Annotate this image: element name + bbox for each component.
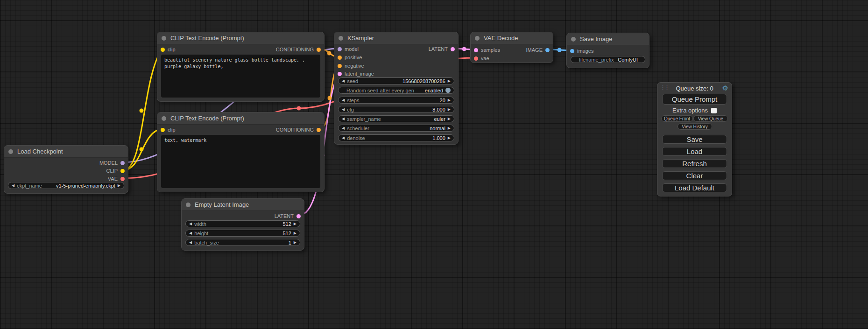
output-slot-model[interactable]: MODEL <box>99 160 125 166</box>
increment-arrow-icon[interactable]: ▶ <box>448 117 451 121</box>
widget-scheduler[interactable]: ◀ scheduler normal ▶ <box>338 125 454 132</box>
input-slot-dot-icon[interactable] <box>570 49 574 53</box>
input-slot-negative[interactable]: negative <box>338 63 364 69</box>
node-collapse-icon[interactable] <box>162 36 166 41</box>
increment-arrow-icon[interactable]: ▶ <box>448 98 451 102</box>
input-slot-positive[interactable]: positive <box>338 54 362 61</box>
output-slot-conditioning[interactable]: CONDITIONING <box>276 126 321 133</box>
node-header[interactable]: CLIP Text Encode (Prompt) <box>157 112 324 125</box>
input-slot-dot-icon[interactable] <box>338 47 342 51</box>
refresh-button[interactable]: Refresh <box>662 159 727 168</box>
widget-width[interactable]: ◀ width 512 ▶ <box>185 220 300 227</box>
view-history-button[interactable]: View History <box>677 123 712 130</box>
node-empty-latent-image[interactable]: Empty Latent Image LATENT ◀ width 512 ▶ … <box>181 198 304 251</box>
output-slot-dot-icon[interactable] <box>120 177 125 181</box>
widget-ckpt-name[interactable]: ◀ ckpt_name v1-5-pruned-emaonly.ckpt ▶ <box>8 182 124 189</box>
output-slot-latent[interactable]: LATENT <box>429 46 455 52</box>
increment-arrow-icon[interactable]: ▶ <box>448 108 451 112</box>
output-slot-dot-icon[interactable] <box>317 48 321 52</box>
save-button[interactable]: Save <box>662 135 727 144</box>
increment-arrow-icon[interactable]: ▶ <box>294 231 296 235</box>
extra-options-checkbox[interactable] <box>711 108 717 113</box>
decrement-arrow-icon[interactable]: ◀ <box>189 241 192 245</box>
input-slot-dot-icon[interactable] <box>161 128 165 132</box>
input-slot-images[interactable]: images <box>570 48 593 54</box>
load-button[interactable]: Load <box>662 147 727 156</box>
increment-arrow-icon[interactable]: ▶ <box>448 79 451 83</box>
widget-seed[interactable]: ◀ seed 156680208700286 ▶ <box>338 77 454 84</box>
output-slot-dot-icon[interactable] <box>120 169 125 173</box>
widget-cfg[interactable]: ◀ cfg 8.000 ▶ <box>338 106 454 113</box>
widget-filename-prefix[interactable]: filename_prefix ComfyUI <box>571 56 645 63</box>
clear-button[interactable]: Clear <box>662 171 727 180</box>
node-collapse-icon[interactable] <box>475 36 480 41</box>
decrement-arrow-icon[interactable]: ◀ <box>342 108 345 112</box>
input-slot-dot-icon[interactable] <box>474 56 478 61</box>
node-header[interactable]: Save Image <box>567 33 649 45</box>
prompt-textarea[interactable]: beautiful scenery nature glass bottle la… <box>161 55 320 98</box>
node-vae-decode[interactable]: VAE Decode samples vae IMAGE <box>470 32 553 63</box>
drag-handle-icon[interactable]: ⋮⋮ <box>660 84 669 91</box>
output-slot-latent[interactable]: LATENT <box>275 213 301 219</box>
output-slot-dot-icon[interactable] <box>451 47 455 51</box>
input-slot-vae[interactable]: vae <box>474 55 489 62</box>
decrement-arrow-icon[interactable]: ◀ <box>342 98 345 102</box>
decrement-arrow-icon[interactable]: ◀ <box>342 126 345 130</box>
input-slot-dot-icon[interactable] <box>338 56 342 60</box>
decrement-arrow-icon[interactable]: ◀ <box>342 136 345 140</box>
input-slot-dot-icon[interactable] <box>338 72 342 76</box>
input-slot-samples[interactable]: samples <box>474 47 500 53</box>
input-slot-latent-image[interactable]: latent_image <box>338 70 374 77</box>
prompt-textarea[interactable]: text, watermark <box>161 135 320 188</box>
widget-batch-size[interactable]: ◀ batch_size 1 ▶ <box>185 239 300 246</box>
output-slot-dot-icon[interactable] <box>317 128 321 132</box>
node-load-checkpoint[interactable]: Load Checkpoint MODEL CLIP VAE ◀ ckpt_na… <box>4 145 128 194</box>
view-queue-button[interactable]: View Queue <box>693 115 728 122</box>
input-slot-dot-icon[interactable] <box>474 48 478 52</box>
input-slot-dot-icon[interactable] <box>161 48 165 52</box>
settings-gear-icon[interactable]: ⚙ <box>722 84 728 92</box>
node-header[interactable]: Empty Latent Image <box>182 199 304 211</box>
node-header[interactable]: CLIP Text Encode (Prompt) <box>157 32 324 44</box>
queue-prompt-button[interactable]: Queue Prompt <box>662 94 727 105</box>
node-graph-canvas[interactable]: Load Checkpoint MODEL CLIP VAE ◀ ckpt_na… <box>0 0 868 329</box>
load-default-button[interactable]: Load Default <box>662 183 727 192</box>
node-header[interactable]: Load Checkpoint <box>4 146 128 158</box>
node-collapse-icon[interactable] <box>186 203 191 207</box>
output-slot-dot-icon[interactable] <box>120 161 125 165</box>
queue-front-button[interactable]: Queue Front <box>661 115 693 122</box>
decrement-arrow-icon[interactable]: ◀ <box>342 117 345 121</box>
increment-arrow-icon[interactable]: ▶ <box>294 222 296 226</box>
input-slot-model[interactable]: model <box>338 46 359 52</box>
node-save-image[interactable]: Save Image images filename_prefix ComfyU… <box>566 33 649 68</box>
node-clip-text-encode-negative[interactable]: CLIP Text Encode (Prompt) clip CONDITION… <box>157 112 325 192</box>
input-slot-dot-icon[interactable] <box>338 64 342 68</box>
node-collapse-icon[interactable] <box>339 36 343 41</box>
node-ksampler[interactable]: KSampler model positive negative latent_… <box>334 32 459 145</box>
decrement-arrow-icon[interactable]: ◀ <box>189 222 192 226</box>
random-seed-toggle[interactable] <box>445 88 451 93</box>
node-clip-text-encode-positive[interactable]: CLIP Text Encode (Prompt) clip CONDITION… <box>157 32 325 102</box>
increment-arrow-icon[interactable]: ▶ <box>448 126 451 130</box>
decrement-arrow-icon[interactable]: ◀ <box>12 184 14 188</box>
input-slot-clip[interactable]: clip <box>161 126 176 133</box>
widget-random-seed[interactable]: Random seed after every gen enabled <box>338 87 454 94</box>
node-collapse-icon[interactable] <box>571 37 576 42</box>
widget-sampler-name[interactable]: ◀ sampler_name euler ▶ <box>338 115 454 122</box>
node-header[interactable]: VAE Decode <box>471 32 553 44</box>
output-slot-dot-icon[interactable] <box>545 48 550 52</box>
decrement-arrow-icon[interactable]: ◀ <box>189 231 192 235</box>
widget-denoise[interactable]: ◀ denoise 1.000 ▶ <box>338 134 454 141</box>
node-collapse-icon[interactable] <box>8 149 13 154</box>
increment-arrow-icon[interactable]: ▶ <box>448 136 451 140</box>
output-slot-conditioning[interactable]: CONDITIONING <box>276 46 321 53</box>
output-slot-dot-icon[interactable] <box>296 214 301 218</box>
increment-arrow-icon[interactable]: ▶ <box>118 184 120 188</box>
output-slot-vae[interactable]: VAE <box>108 175 125 182</box>
widget-height[interactable]: ◀ height 512 ▶ <box>185 230 300 237</box>
widget-steps[interactable]: ◀ steps 20 ▶ <box>338 97 454 104</box>
increment-arrow-icon[interactable]: ▶ <box>294 241 296 245</box>
output-slot-clip[interactable]: CLIP <box>106 168 125 174</box>
decrement-arrow-icon[interactable]: ◀ <box>342 79 345 83</box>
output-slot-image[interactable]: IMAGE <box>526 47 550 53</box>
